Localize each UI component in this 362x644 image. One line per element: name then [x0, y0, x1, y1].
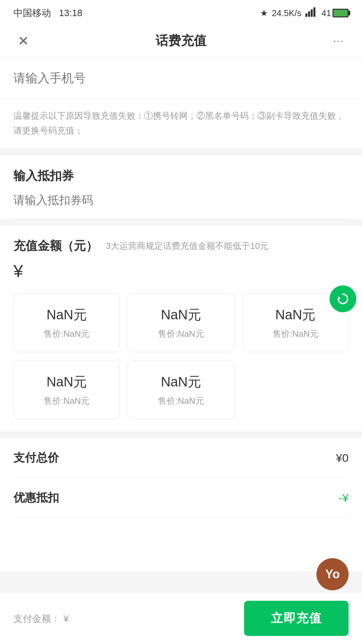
- amount-card-3-sub: 售价:NaN元: [249, 328, 342, 340]
- pay-amount-label: 支付金额：: [13, 613, 60, 624]
- bluetooth-icon: ★: [260, 8, 268, 18]
- page-title: 话费充值: [156, 32, 206, 49]
- close-button[interactable]: ✕: [13, 31, 34, 51]
- amount-card-3[interactable]: NaN元 售价:NaN元: [242, 293, 349, 352]
- amount-card-4-main: NaN元: [20, 373, 113, 391]
- header: ✕ 话费充值 ···: [0, 24, 362, 58]
- status-bar: 中国移动 13:18 ★ 24.5K/s 41: [0, 0, 362, 24]
- total-row: 支付总价 ¥0: [13, 438, 349, 478]
- bottom-bar: 支付金额： ¥ 立即充值: [0, 592, 362, 644]
- amount-card-2-main: NaN元: [135, 306, 227, 324]
- time: 13:18: [59, 8, 82, 18]
- battery-indicator: 41: [321, 8, 349, 18]
- amount-card-1[interactable]: NaN元 售价:NaN元: [13, 293, 120, 352]
- amount-card-2-sub: 售价:NaN元: [135, 328, 227, 340]
- warning-text: 温馨提示以下原因导致充值失败：①携号转网；②黑名单号码；③副卡导致充值失败，请更…: [0, 99, 362, 149]
- total-label: 支付总价: [13, 450, 59, 466]
- amount-card-3-main: NaN元: [249, 306, 342, 324]
- phone-input-area[interactable]: [0, 58, 362, 99]
- svg-rect-3: [313, 7, 315, 17]
- amount-card-5-main: NaN元: [135, 373, 227, 391]
- amount-grid: NaN元 售价:NaN元 NaN元 售价:NaN元 NaN元 售价:NaN元: [13, 293, 349, 419]
- network-speed: 24.5K/s: [272, 8, 301, 18]
- more-icon: ···: [333, 35, 344, 47]
- refresh-button[interactable]: [329, 285, 356, 312]
- summary-section: 支付总价 ¥0 优惠抵扣 -¥: [0, 438, 362, 572]
- carrier: 中国移动: [13, 8, 51, 18]
- avatar[interactable]: Yo: [316, 558, 349, 590]
- amount-title: 充值金额（元）: [13, 238, 98, 254]
- amount-section: 充值金额（元） 3大运营商规定话费充值金额不能低于10元 ¥ NaN元 售价:N…: [0, 226, 362, 431]
- amount-card-5[interactable]: NaN元 售价:NaN元: [128, 360, 234, 419]
- pay-amount-display: 支付金额： ¥: [13, 611, 69, 625]
- amount-card-2[interactable]: NaN元 售价:NaN元: [128, 293, 234, 352]
- amount-card-1-sub: 售价:NaN元: [20, 328, 113, 340]
- total-value: ¥0: [336, 451, 349, 465]
- voucher-title: 输入抵扣券: [13, 168, 349, 184]
- refresh-icon: [336, 291, 350, 306]
- amount-note: 3大运营商规定话费充值金额不能低于10元: [106, 240, 268, 252]
- phone-input[interactable]: [13, 71, 349, 85]
- battery-icon: [333, 9, 349, 17]
- close-icon: ✕: [18, 34, 29, 48]
- avatar-text: Yo: [316, 558, 349, 590]
- pay-currency-symbol: ¥: [63, 613, 69, 624]
- carrier-time: 中国移动 13:18: [13, 7, 82, 19]
- amount-card-4[interactable]: NaN元 售价:NaN元: [13, 360, 120, 419]
- discount-row: 优惠抵扣 -¥: [13, 478, 349, 518]
- svg-rect-1: [308, 11, 310, 17]
- status-right-icons: ★ 24.5K/s 41: [260, 7, 349, 19]
- discount-label: 优惠抵扣: [13, 490, 59, 505]
- amount-header: 充值金额（元） 3大运营商规定话费充值金额不能低于10元: [13, 238, 349, 254]
- amount-card-4-sub: 售价:NaN元: [20, 395, 113, 407]
- main-content: 温馨提示以下原因导致充值失败：①携号转网；②黑名单号码；③副卡导致充值失败，请更…: [0, 58, 362, 572]
- phone-section: 温馨提示以下原因导致充值失败：①携号转网；②黑名单号码；③副卡导致充值失败，请更…: [0, 58, 362, 149]
- amount-display: ¥: [13, 261, 349, 281]
- svg-rect-2: [311, 9, 313, 17]
- voucher-input-area[interactable]: [13, 194, 349, 219]
- more-button[interactable]: ···: [328, 31, 349, 51]
- voucher-input[interactable]: [13, 194, 349, 207]
- amount-card-1-main: NaN元: [20, 306, 113, 324]
- discount-value: -¥: [339, 491, 349, 504]
- signal-icon: [305, 7, 317, 19]
- svg-marker-4: [338, 296, 341, 299]
- pay-button[interactable]: 立即充值: [244, 601, 349, 636]
- voucher-section: 输入抵扣券: [0, 156, 362, 219]
- amount-card-5-sub: 售价:NaN元: [135, 395, 227, 407]
- svg-rect-0: [305, 13, 307, 17]
